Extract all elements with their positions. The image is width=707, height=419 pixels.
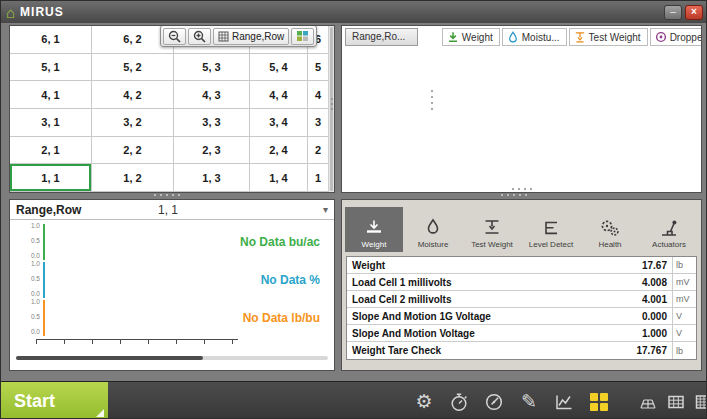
reading-value: 17.767: [636, 345, 672, 356]
tab-actuators[interactable]: Actuators: [640, 207, 698, 252]
chart-panel: Range,Row 1, 1 ▾ 1.00.50.0 No Data bu/ac…: [9, 199, 335, 371]
reading-unit: lb: [672, 257, 696, 273]
moisture-layer-label: Moistu...: [522, 32, 560, 43]
health-gears-icon: [599, 218, 621, 238]
grid-cell[interactable]: 1, 2: [92, 164, 174, 192]
y-axis: [43, 300, 45, 336]
tab-test-weight[interactable]: Test Weight: [463, 207, 521, 252]
grid-cell[interactable]: 4, 3: [174, 81, 250, 109]
scrollbar-thumb[interactable]: [16, 356, 203, 360]
reading-value: 4.001: [642, 294, 672, 305]
grid-cell[interactable]: 3, 1: [10, 109, 92, 137]
line-chart-icon: [554, 392, 574, 412]
grid-cell-partial[interactable]: 1: [308, 164, 328, 192]
right-splitter-grip[interactable]: [501, 194, 527, 196]
table-view-button[interactable]: [665, 389, 687, 415]
table-row: Slope And Motion Voltage 1.000 V: [347, 325, 696, 342]
zoom-in-button[interactable]: [188, 28, 211, 45]
reading-label: Slope And Motion Voltage: [347, 328, 642, 339]
test-weight-layer-button[interactable]: Test Weight: [569, 28, 648, 46]
range-row-mode-button[interactable]: Range,Row: [213, 28, 289, 45]
bottom-toolbar: Start ⚙ ✎: [1, 381, 707, 419]
tab-label: Level Detect: [529, 240, 573, 249]
yellow-tiles-icon: [590, 393, 608, 411]
grid-cell[interactable]: 4, 1: [10, 81, 92, 109]
map-range-row-button[interactable]: Range,Ro...: [345, 28, 418, 46]
map-splitter-grip[interactable]: [431, 90, 433, 110]
reading-label: Load Cell 1 millivolts: [347, 277, 642, 288]
grid-cell[interactable]: 2, 3: [174, 137, 250, 165]
tab-weight[interactable]: Weight: [345, 207, 403, 252]
minimize-button[interactable]: –: [664, 5, 682, 20]
range-row-mode-label: Range,Row: [232, 31, 284, 42]
grid-cell-partial[interactable]: 5: [308, 54, 328, 82]
table-grid-icon: [666, 392, 686, 412]
settings-button[interactable]: ⚙: [413, 389, 435, 415]
grid-cell-partial[interactable]: 2: [308, 137, 328, 165]
grid-cell[interactable]: 4, 4: [250, 81, 308, 109]
reading-unit: mV: [672, 291, 696, 307]
dropped-layer-button[interactable]: Dropped: [650, 28, 702, 46]
start-button-label: Start: [14, 391, 55, 412]
tab-level-detect[interactable]: Level Detect: [522, 207, 580, 252]
plot-grid: 6, 1 6, 2 6 5, 1 5, 2 5, 3 5, 4 5 4, 1 4…: [10, 26, 328, 192]
grid-cell[interactable]: 5, 2: [92, 54, 174, 82]
grid-cell[interactable]: 1, 3: [174, 164, 250, 192]
grid-cell[interactable]: 2, 2: [92, 137, 174, 165]
moisture-layer-button[interactable]: Moistu...: [502, 28, 567, 46]
yield-mini-chart: 1.00.50.0 No Data bu/ac: [10, 223, 334, 261]
grid-3d-view-button[interactable]: [637, 389, 659, 415]
grid-cell[interactable]: 5, 4: [250, 54, 308, 82]
grid-cell[interactable]: 5, 1: [10, 54, 92, 82]
test-weight-layer-label: Test Weight: [589, 32, 641, 43]
navigation-button[interactable]: [483, 389, 505, 415]
window-title: MIRUS: [20, 5, 64, 19]
grid-cell-selected[interactable]: 1, 1: [10, 164, 92, 192]
view-switcher-group: [637, 389, 707, 415]
chart-horizontal-scrollbar[interactable]: [16, 356, 328, 360]
close-button[interactable]: ×: [685, 5, 703, 20]
chart-button[interactable]: [553, 389, 575, 415]
grid-cell[interactable]: 3, 2: [92, 109, 174, 137]
grid-cell[interactable]: 2, 4: [250, 137, 308, 165]
grid-cell-partial[interactable]: 4: [308, 81, 328, 109]
edit-button[interactable]: ✎: [518, 389, 540, 415]
y-axis: [43, 262, 45, 298]
left-splitter-grip[interactable]: [154, 194, 180, 196]
chevron-down-icon[interactable]: ▾: [323, 204, 328, 215]
grid-cell-partial[interactable]: 3: [308, 109, 328, 137]
no-data-moisture-label: No Data %: [261, 273, 320, 287]
y-axis-ticks: 1.00.50.0: [20, 223, 40, 259]
moisture-drop-icon: [422, 218, 444, 238]
reading-value: 17.67: [642, 260, 672, 271]
tab-label: Test Weight: [471, 240, 513, 249]
grid-row: 3, 1 3, 2 3, 3 3, 4 3: [10, 109, 328, 137]
scrollbar-grip[interactable]: [330, 98, 334, 110]
grid-cell[interactable]: 2, 1: [10, 137, 92, 165]
mirus-window: ⌂ MIRUS – × 6, 1 6, 2 6 5, 1 5, 2 5, 3 5…: [0, 0, 707, 419]
tab-health[interactable]: Health: [581, 207, 639, 252]
readings-panel: Weight Moisture Test Weight Level Detect: [341, 199, 702, 371]
zoom-out-button[interactable]: [163, 28, 186, 45]
tab-moisture[interactable]: Moisture: [404, 207, 462, 252]
start-button[interactable]: Start: [1, 382, 108, 419]
grid-cell[interactable]: 5, 3: [174, 54, 250, 82]
dropped-icon: [655, 31, 667, 43]
weight-layer-button[interactable]: Weight: [442, 28, 500, 46]
map-layer-button[interactable]: [291, 28, 314, 45]
actuators-lever-icon: [658, 218, 680, 238]
map-header: Range,Ro... Weight Moistu...: [342, 26, 701, 48]
map-bottom-grip[interactable]: [512, 188, 532, 190]
grid-cell[interactable]: 6, 1: [10, 26, 92, 54]
timer-button[interactable]: [448, 389, 470, 415]
map-panel: Range,Ro... Weight Moistu...: [341, 25, 702, 193]
map-view-button[interactable]: [588, 389, 610, 415]
grid-row: 4, 1 4, 2 4, 3 4, 4 4: [10, 81, 328, 109]
grid-cell[interactable]: 3, 3: [174, 109, 250, 137]
grid-cell[interactable]: 1, 4: [250, 164, 308, 192]
grid-cell[interactable]: 4, 2: [92, 81, 174, 109]
grid-vertical-scrollbar[interactable]: [328, 26, 334, 192]
dense-grid-view-button[interactable]: [693, 389, 707, 415]
grid-mode-icon: [218, 31, 229, 42]
grid-cell[interactable]: 3, 4: [250, 109, 308, 137]
